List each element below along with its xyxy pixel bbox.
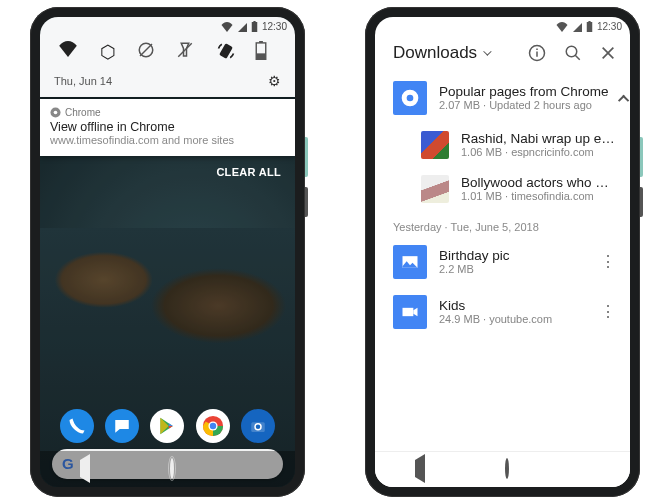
download-item[interactable]: Kids 24.9 MB · youtube.com ⋮	[375, 287, 630, 337]
svg-rect-6	[256, 53, 266, 60]
volume-button[interactable]	[305, 187, 308, 217]
svg-line-2	[178, 43, 192, 57]
play-store-icon[interactable]	[150, 409, 184, 443]
group-subtitle: 2.07 MB · Updated 2 hours ago	[439, 99, 609, 111]
svg-rect-16	[536, 51, 538, 56]
nav-back-icon[interactable]	[80, 460, 90, 478]
chrome-icon	[393, 81, 427, 115]
downloads-title: Downloads	[393, 43, 477, 63]
settings-icon[interactable]: ⚙	[268, 73, 281, 89]
item-subtitle: 24.9 MB · youtube.com	[439, 313, 552, 325]
search-icon[interactable]	[564, 44, 582, 62]
chevron-up-icon[interactable]	[621, 89, 629, 107]
section-date: Yesterday · Tue, June 5, 2018	[375, 211, 630, 237]
battery-tile-icon[interactable]	[255, 41, 277, 63]
notification-subtitle: www.timesofindia.com and more sites	[50, 134, 285, 146]
cell-icon	[237, 22, 247, 32]
clear-all-button[interactable]: CLEAR ALL	[40, 156, 295, 178]
svg-line-1	[140, 44, 152, 56]
more-icon[interactable]: ⋮	[628, 135, 630, 154]
notification-app-name: Chrome	[65, 107, 101, 118]
phone-left: 12:30 ⬡ Thu, Jun 14 ⚙ Chrome View offlin…	[30, 7, 305, 497]
item-title: Rashid, Nabi wrap up emph…	[461, 131, 616, 146]
thumbnail-icon	[421, 131, 449, 159]
phone-app-icon[interactable]	[60, 409, 94, 443]
notification-title: View offline in Chrome	[50, 120, 285, 134]
info-icon[interactable]	[528, 44, 546, 62]
video-file-icon	[393, 295, 427, 329]
volume-button[interactable]	[640, 187, 643, 217]
notification-card[interactable]: Chrome View offline in Chrome www.timeso…	[40, 99, 295, 156]
status-bar: 12:30	[40, 17, 295, 35]
svg-point-23	[407, 94, 414, 101]
item-title: Birthday pic	[439, 248, 510, 263]
download-group-header[interactable]: Popular pages from Chrome 2.07 MB · Upda…	[375, 73, 630, 123]
chrome-small-icon	[50, 107, 61, 118]
more-icon[interactable]: ⋮	[600, 252, 616, 271]
item-title: Kids	[439, 298, 552, 313]
more-icon[interactable]: ⋮	[628, 179, 630, 198]
svg-point-14	[256, 424, 261, 429]
status-time: 12:30	[597, 21, 622, 32]
battery-icon	[251, 21, 258, 32]
download-item[interactable]: Birthday pic 2.2 MB ⋮	[375, 237, 630, 287]
svg-rect-25	[403, 307, 414, 315]
svg-rect-5	[259, 41, 263, 43]
dock	[40, 409, 295, 443]
chrome-app-icon[interactable]	[196, 409, 230, 443]
power-button[interactable]	[640, 137, 643, 177]
group-title: Popular pages from Chrome	[439, 84, 609, 99]
nav-home-icon[interactable]	[170, 460, 174, 478]
item-subtitle: 1.06 MB · espncricinfo.com	[461, 146, 616, 158]
rotate-icon[interactable]	[216, 41, 238, 63]
qs-date: Thu, Jun 14	[54, 75, 112, 87]
thumbnail-icon	[421, 175, 449, 203]
dnd-icon[interactable]	[137, 41, 159, 63]
screen-left: 12:30 ⬡ Thu, Jun 14 ⚙ Chrome View offlin…	[40, 17, 295, 487]
status-time: 12:30	[262, 21, 287, 32]
svg-rect-17	[536, 48, 538, 50]
svg-line-19	[575, 55, 580, 60]
download-item[interactable]: Rashid, Nabi wrap up emph… 1.06 MB · esp…	[421, 123, 630, 167]
status-bar: 12:30	[375, 17, 630, 35]
nav-bar	[40, 451, 295, 487]
wifi-icon	[221, 22, 233, 32]
nav-back-icon[interactable]	[415, 460, 425, 478]
wifi-icon	[556, 22, 568, 32]
phone-right: 12:30 Downloads Popular pages from Chrom…	[365, 7, 640, 497]
messages-app-icon[interactable]	[105, 409, 139, 443]
item-subtitle: 1.01 MB · timesofindia.com	[461, 190, 616, 202]
nav-home-icon[interactable]	[505, 460, 509, 478]
power-button[interactable]	[305, 137, 308, 177]
downloads-title-dropdown[interactable]: Downloads	[393, 43, 489, 63]
nav-bar	[375, 451, 630, 487]
wifi-toggle-icon[interactable]	[58, 41, 80, 63]
flashlight-icon[interactable]	[176, 41, 198, 63]
image-file-icon	[393, 245, 427, 279]
chevron-down-icon	[483, 47, 491, 55]
svg-point-8	[54, 110, 58, 114]
camera-app-icon[interactable]	[241, 409, 275, 443]
battery-icon	[586, 21, 593, 32]
notification-app-row: Chrome	[50, 107, 285, 118]
close-icon[interactable]	[600, 45, 616, 61]
bluetooth-icon[interactable]: ⬡	[97, 41, 119, 63]
item-title: Bollywood actors who are d…	[461, 175, 616, 190]
svg-point-11	[210, 422, 216, 428]
more-icon[interactable]: ⋮	[600, 302, 616, 321]
screen-right: 12:30 Downloads Popular pages from Chrom…	[375, 17, 630, 487]
download-group-items: Rashid, Nabi wrap up emph… 1.06 MB · esp…	[375, 123, 630, 211]
cell-icon	[572, 22, 582, 32]
svg-point-18	[566, 46, 577, 57]
item-subtitle: 2.2 MB	[439, 263, 510, 275]
download-item[interactable]: Bollywood actors who are d… 1.01 MB · ti…	[421, 167, 630, 211]
